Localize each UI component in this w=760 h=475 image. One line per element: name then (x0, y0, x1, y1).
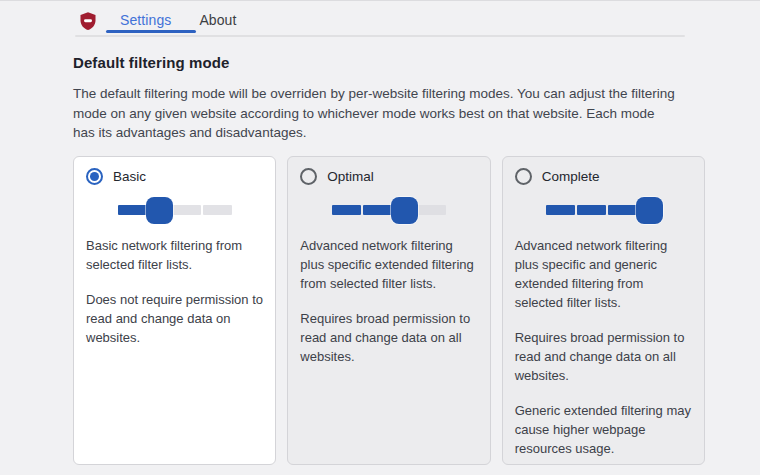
slider-track-segment (608, 205, 637, 215)
mode-header: Optimal (300, 168, 477, 186)
mode-description: Basic network filtering from selected fi… (86, 236, 263, 347)
slider-thumb[interactable] (391, 197, 418, 224)
mode-label[interactable]: Optimal (327, 169, 374, 184)
mode-radio[interactable] (515, 168, 532, 185)
slider-thumb[interactable] (146, 197, 173, 224)
mode-radio[interactable] (300, 168, 317, 185)
mode-header: Complete (515, 168, 692, 186)
slider-track-segment (417, 205, 446, 215)
slider-track-segment (546, 205, 575, 215)
mode-card-optimal[interactable]: Optimal Advanced network filtering plus … (287, 156, 490, 465)
slider-track-segment (363, 205, 392, 215)
mode-label[interactable]: Basic (113, 169, 146, 184)
mode-description: Advanced network filtering plus specific… (515, 236, 692, 458)
filtering-level-slider[interactable] (515, 197, 692, 224)
mode-label[interactable]: Complete (542, 169, 600, 184)
slider-track-segment (118, 205, 147, 215)
filtering-mode-cards: Basic Basic network filtering from selec… (73, 156, 705, 465)
mode-card-basic[interactable]: Basic Basic network filtering from selec… (73, 156, 276, 465)
mode-header: Basic (86, 168, 263, 186)
ubo-lite-shield-icon (78, 11, 98, 31)
mode-paragraph: Advanced network filtering plus specific… (300, 236, 477, 293)
mode-card-complete[interactable]: Complete Advanced network filtering plus… (502, 156, 705, 465)
mode-paragraph: Requires broad permission to read and ch… (300, 309, 477, 366)
mode-paragraph: Generic extended filtering may cause hig… (515, 401, 692, 458)
tab-bar: Settings About (73, 1, 705, 38)
filtering-level-slider[interactable] (300, 197, 477, 224)
mode-paragraph: Advanced network filtering plus specific… (515, 236, 692, 312)
page-title: Default filtering mode (73, 54, 705, 71)
slider-thumb[interactable] (636, 197, 663, 224)
mode-description: Advanced network filtering plus specific… (300, 236, 477, 366)
mode-paragraph: Requires broad permission to read and ch… (515, 328, 692, 385)
slider-track-segment (172, 205, 201, 215)
mode-paragraph: Does not require permission to read and … (86, 290, 263, 347)
page-description: The default filtering mode will be overr… (73, 84, 679, 143)
slider-track-segment (332, 205, 361, 215)
slider-track-segment (203, 205, 232, 215)
slider-track-segment (577, 205, 606, 215)
mode-paragraph: Basic network filtering from selected fi… (86, 236, 263, 274)
tabbar-divider (75, 35, 685, 37)
filtering-level-slider[interactable] (86, 197, 263, 224)
active-tab-underline (106, 30, 196, 34)
mode-radio[interactable] (86, 168, 103, 185)
settings-page: Settings About Default filtering mode Th… (0, 1, 760, 465)
